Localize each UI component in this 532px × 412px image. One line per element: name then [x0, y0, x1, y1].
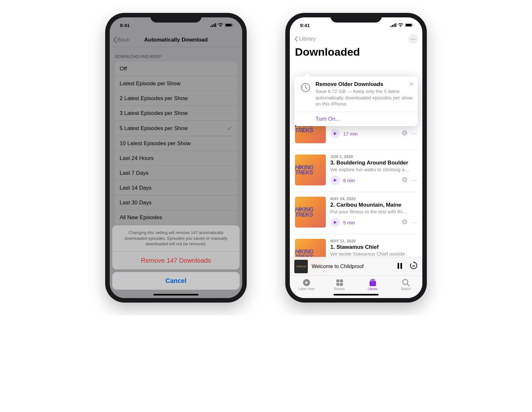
play-button[interactable]: 17 min [330, 129, 358, 138]
play-icon [330, 175, 340, 185]
downloaded-icon [402, 177, 407, 183]
svg-rect-24 [336, 283, 339, 286]
back-label: Library [299, 36, 316, 42]
tab-label: Library [368, 287, 378, 291]
episode-row[interactable]: HIKING TREKSJUN 1, 20203. Bouldering Aro… [295, 150, 417, 192]
more-button[interactable]: ⋯ [408, 34, 418, 44]
episode-date: MAY 11, 2020 [330, 239, 417, 243]
downloaded-icon [402, 130, 407, 137]
svg-rect-10 [395, 23, 396, 27]
episode-body: MAY 24, 20202. Caribou Mountain, MainePu… [330, 197, 417, 228]
episode-more-button[interactable]: ⋯ [412, 177, 417, 183]
svg-rect-25 [340, 283, 343, 286]
tab-listen-now[interactable]: Listen Now [290, 276, 323, 294]
episode-date: MAY 24, 2020 [330, 197, 417, 201]
popover-title: Remove Older Downloads [316, 81, 413, 88]
cancel-button[interactable]: Cancel [112, 272, 240, 290]
tab-label: Browse [334, 287, 345, 291]
svg-text:30: 30 [412, 265, 415, 267]
battery-icon [405, 23, 413, 27]
phone-library: 9:41 Library ⋯ Downloaded HIKING TREKS4.… [285, 13, 427, 303]
svg-rect-22 [336, 279, 339, 282]
downloaded-icon [402, 219, 407, 226]
svg-rect-12 [406, 24, 412, 26]
episode-meta: 17 min⋯ [330, 129, 417, 138]
home-indicator[interactable] [334, 294, 379, 295]
svg-rect-26 [371, 279, 375, 280]
podcast-artwork: HIKING TREKS [295, 197, 326, 228]
notch [150, 13, 202, 23]
play-button[interactable]: 6 min [330, 175, 355, 185]
screen-2: 9:41 Library ⋯ Downloaded HIKING TREKS4.… [290, 17, 422, 298]
status-time: 9:41 [300, 23, 310, 28]
remove-downloads-button[interactable]: Remove 147 Downloads [112, 251, 240, 269]
episode-title: 3. Bouldering Around Boulder [330, 160, 417, 166]
play-icon [330, 218, 340, 227]
episode-row[interactable]: HIKING TREKSMAY 24, 20202. Caribou Mount… [295, 192, 417, 234]
pause-icon [397, 263, 402, 269]
ellipsis-icon: ⋯ [410, 36, 416, 42]
episode-meta: 6 min⋯ [330, 175, 417, 185]
skip-30-icon: 30 [409, 261, 418, 270]
close-icon: ✕ [409, 81, 414, 87]
skip-forward-button[interactable]: 30 [409, 261, 418, 272]
episode-body: JUN 1, 20203. Bouldering Around BoulderW… [330, 154, 417, 185]
play-icon [330, 129, 340, 138]
tab-icon [335, 279, 344, 286]
svg-rect-27 [370, 280, 375, 281]
tab-label: Listen Now [298, 287, 314, 291]
tab-icon [302, 279, 311, 286]
tab-library[interactable]: Library [356, 276, 389, 294]
episode-title: 2. Caribou Mountain, Maine [330, 202, 417, 208]
chevron-left-icon [294, 36, 298, 42]
now-playing-title: Welcome to Childproof [312, 264, 393, 269]
nav-bar: Library ⋯ [290, 33, 422, 44]
close-button[interactable]: ✕ [409, 80, 414, 88]
svg-rect-23 [340, 279, 343, 282]
svg-rect-9 [394, 24, 395, 27]
svg-rect-7 [390, 26, 391, 27]
now-playing-bar[interactable]: Childproof Welcome to Childproof 30 [290, 257, 422, 276]
episode-duration: 17 min [343, 131, 358, 136]
notch [330, 13, 382, 23]
turn-on-button[interactable]: Turn On… [294, 112, 418, 126]
back-button[interactable]: Library [294, 36, 316, 42]
svg-rect-18 [398, 263, 399, 269]
tab-icon [402, 279, 410, 286]
tab-search[interactable]: Search [389, 276, 422, 294]
pause-button[interactable] [397, 262, 402, 271]
episode-actions: ⋯ [402, 130, 417, 137]
episode-meta: 5 min⋯ [330, 218, 417, 227]
popover-body: Save 6.72 GB — Keep only the 5 latest au… [316, 88, 413, 107]
status-icons [390, 23, 413, 27]
tab-label: Search [401, 287, 411, 291]
history-icon [299, 81, 312, 94]
episode-duration: 6 min [343, 178, 355, 183]
episode-actions: ⋯ [402, 219, 417, 226]
episode-description: Put your fitness to the test with thi… [330, 209, 417, 214]
svg-rect-28 [370, 281, 376, 286]
tab-browse[interactable]: Browse [323, 276, 356, 294]
episode-date: JUN 1, 2020 [330, 154, 417, 159]
episode-more-button[interactable]: ⋯ [412, 131, 417, 137]
svg-rect-8 [392, 25, 393, 27]
wifi-icon [398, 23, 403, 27]
episode-description: We explore fun walks to climbing a… [330, 167, 417, 172]
podcast-artwork: HIKING TREKS [295, 154, 326, 185]
episode-more-button[interactable]: ⋯ [412, 220, 417, 226]
now-playing-artwork: Childproof [294, 260, 308, 273]
signal-icon [390, 23, 396, 27]
tab-icon [369, 279, 377, 286]
phone-settings: 9:41 Back Automatically Download DOWNLOA… [105, 13, 247, 303]
episode-description: We tackle Stawamus Chief outside [330, 251, 417, 257]
sheet-message: Changing this setting will remove 147 au… [112, 225, 240, 251]
svg-rect-13 [413, 24, 413, 26]
episode-title: 1. Stawamus Chief [330, 244, 417, 250]
page-title: Downloaded [290, 44, 422, 61]
remove-downloads-popover: ✕ Remove Older Downloads Save 6.72 GB — … [294, 77, 418, 126]
episode-duration: 5 min [343, 220, 355, 225]
play-button[interactable]: 5 min [330, 218, 355, 227]
episode-actions: ⋯ [402, 177, 417, 183]
screen-1: 9:41 Back Automatically Download DOWNLOA… [110, 17, 242, 298]
home-indicator[interactable] [153, 294, 198, 295]
